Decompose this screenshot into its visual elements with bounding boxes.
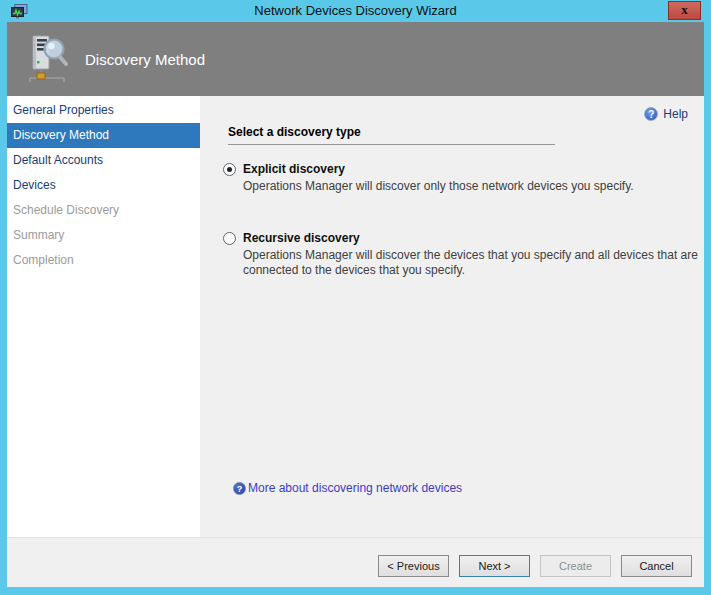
sidebar-item-discovery-method[interactable]: Discovery Method [7,123,200,148]
explicit-discovery-radio[interactable] [223,163,236,176]
wizard-body: General Properties Discovery Method Defa… [7,96,704,537]
main-panel: ? Help Select a discovery type Explicit … [200,96,704,537]
sidebar-item-schedule-discovery: Schedule Discovery [7,198,200,223]
help-icon: ? [644,107,658,121]
next-button[interactable]: Next > [459,555,530,577]
recursive-discovery-description: Operations Manager will discover the dev… [243,248,704,277]
page-title: Discovery Method [85,51,205,68]
section-divider [228,144,555,145]
question-icon: ? [233,482,246,495]
button-bar: < Previous Next > Create Cancel [7,537,704,587]
steps-sidebar: General Properties Discovery Method Defa… [7,96,200,537]
explicit-discovery-description: Operations Manager will discover only th… [243,179,634,194]
title-bar: Network Devices Discovery Wizard x [7,0,704,22]
window-inner: Discovery Method General Properties Disc… [7,22,704,587]
discovery-server-icon [28,34,68,84]
wizard-window: Network Devices Discovery Wizard x [0,0,711,595]
option-recursive-discovery: Recursive discovery Operations Manager w… [223,231,704,277]
cancel-button[interactable]: Cancel [621,555,692,577]
option-explicit-discovery: Explicit discovery Operations Manager wi… [223,162,634,194]
create-button: Create [540,555,611,577]
sidebar-item-general-properties[interactable]: General Properties [7,98,200,123]
sidebar-item-completion: Completion [7,248,200,273]
help-link[interactable]: ? Help [644,107,688,121]
section-title: Select a discovery type [228,125,361,139]
explicit-discovery-label: Explicit discovery [243,162,345,176]
more-about-label: More about discovering network devices [248,481,462,495]
sidebar-item-devices[interactable]: Devices [7,173,200,198]
recursive-discovery-radio-row[interactable]: Recursive discovery [223,231,704,245]
recursive-discovery-radio[interactable] [223,232,236,245]
recursive-discovery-label: Recursive discovery [243,231,360,245]
more-about-link[interactable]: ? More about discovering network devices [233,481,462,495]
explicit-discovery-radio-row[interactable]: Explicit discovery [223,162,634,176]
close-button[interactable]: x [668,1,701,20]
sidebar-item-summary: Summary [7,223,200,248]
wizard-header: Discovery Method [7,22,704,96]
window-title: Network Devices Discovery Wizard [7,0,704,22]
sidebar-item-default-accounts[interactable]: Default Accounts [7,148,200,173]
help-label: Help [663,107,688,121]
previous-button[interactable]: < Previous [378,555,449,577]
